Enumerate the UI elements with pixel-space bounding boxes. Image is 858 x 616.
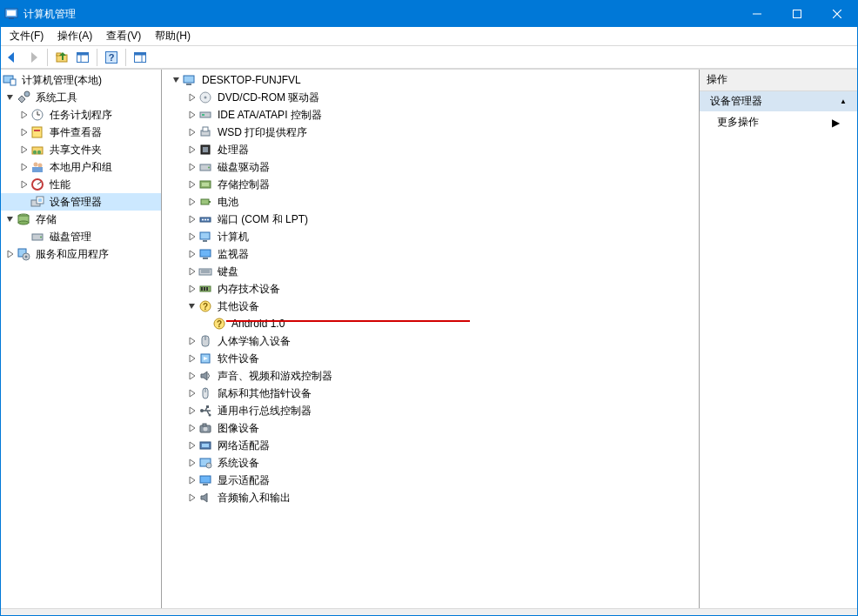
expand-icon[interactable]: [18, 126, 30, 138]
svg-marker-136: [201, 493, 207, 502]
expand-icon[interactable]: [18, 109, 30, 121]
expand-icon[interactable]: [186, 178, 198, 191]
device-category-icon: ?: [198, 299, 212, 313]
expand-icon[interactable]: [186, 370, 198, 382]
collapse-icon[interactable]: [186, 300, 198, 312]
toolbar: ?: [1, 46, 857, 69]
device-category[interactable]: 软件设备: [162, 350, 699, 367]
device-category[interactable]: IDE ATA/ATAPI 控制器: [162, 106, 699, 124]
help-button[interactable]: ?: [102, 48, 121, 67]
device-category[interactable]: 键盘: [162, 263, 699, 280]
node-system-tools[interactable]: 系统工具: [1, 89, 161, 106]
back-button[interactable]: [3, 48, 22, 67]
device-category[interactable]: 音频输入和输出: [162, 489, 699, 506]
expand-icon[interactable]: [186, 231, 198, 243]
node-local-users[interactable]: 本地用户和组: [1, 158, 161, 176]
expand-icon[interactable]: [18, 161, 30, 173]
svg-marker-22: [7, 95, 13, 100]
device-root[interactable]: DESKTOP-FUNJFVL: [162, 71, 699, 89]
expand-icon[interactable]: [186, 126, 198, 138]
device-category[interactable]: 声音、视频和游戏控制器: [162, 367, 699, 385]
device-category[interactable]: 内存技术设备: [162, 280, 699, 298]
node-task-scheduler[interactable]: 任务计划程序: [1, 106, 161, 124]
svg-rect-86: [203, 240, 207, 242]
device-category[interactable]: DVD/CD-ROM 驱动器: [162, 89, 699, 106]
expand-icon[interactable]: [18, 144, 30, 156]
show-hide-action-button[interactable]: [131, 48, 150, 67]
expand-icon[interactable]: [186, 352, 198, 365]
device-category[interactable]: 电池: [162, 193, 699, 211]
device-category-icon: [198, 386, 212, 400]
node-storage[interactable]: 存储: [1, 211, 161, 228]
show-hide-tree-button[interactable]: [73, 48, 92, 67]
device-category[interactable]: 鼠标和其他指针设备: [162, 385, 699, 402]
expand-icon[interactable]: [186, 283, 198, 295]
expand-icon[interactable]: [186, 196, 198, 208]
svg-point-23: [24, 91, 30, 97]
collapse-icon[interactable]: [171, 74, 183, 86]
menu-file[interactable]: 文件(F): [3, 27, 50, 45]
node-disk-mgmt[interactable]: 磁盘管理: [1, 228, 161, 245]
device-category[interactable]: 磁盘驱动器: [162, 158, 699, 176]
node-label: 系统工具: [34, 90, 79, 105]
device-category[interactable]: 图像设备: [162, 419, 699, 437]
device-category[interactable]: ?其他设备: [162, 298, 699, 315]
node-services-apps[interactable]: 服务和应用程序: [1, 245, 161, 263]
menu-help[interactable]: 帮助(H): [148, 27, 198, 45]
device-category[interactable]: 监视器: [162, 245, 699, 263]
expand-icon[interactable]: [4, 248, 17, 260]
expand-icon[interactable]: [186, 144, 198, 156]
maximize-button[interactable]: [777, 1, 817, 27]
device-category[interactable]: 系统设备: [162, 454, 699, 472]
device-category[interactable]: 处理器: [162, 141, 699, 158]
actions-section-device-manager[interactable]: 设备管理器 ▲: [700, 91, 857, 111]
node-device-manager[interactable]: 设备管理器: [1, 193, 161, 211]
expand-icon[interactable]: [186, 474, 198, 486]
node-event-viewer[interactable]: 事件查看器: [1, 124, 161, 141]
action-more[interactable]: 更多操作 ▶: [700, 111, 857, 133]
menu-action[interactable]: 操作(A): [50, 27, 99, 45]
forward-button[interactable]: [23, 48, 43, 67]
expand-icon[interactable]: [186, 161, 198, 173]
minimize-button[interactable]: [737, 1, 777, 27]
collapse-icon[interactable]: [4, 91, 17, 104]
svg-marker-24: [22, 111, 27, 118]
expand-icon[interactable]: [186, 405, 198, 417]
device-category[interactable]: 网络适配器: [162, 437, 699, 454]
expand-icon[interactable]: [186, 109, 198, 121]
device-category[interactable]: 存储控制器: [162, 176, 699, 193]
expand-icon[interactable]: [186, 335, 198, 347]
expand-icon[interactable]: [186, 265, 198, 278]
expand-icon[interactable]: [186, 91, 198, 104]
svg-rect-69: [203, 147, 208, 152]
device-category[interactable]: WSD 打印提供程序: [162, 124, 699, 141]
device-category[interactable]: 端口 (COM 和 LPT): [162, 211, 699, 228]
expand-icon[interactable]: [186, 387, 198, 399]
device-category[interactable]: 通用串行总线控制器: [162, 402, 699, 419]
expand-icon[interactable]: [18, 178, 30, 191]
expand-icon[interactable]: [186, 457, 198, 469]
device-category[interactable]: 计算机: [162, 228, 699, 245]
expand-icon[interactable]: [186, 439, 198, 452]
close-button[interactable]: [817, 1, 857, 27]
node-computer-mgmt-local[interactable]: 计算机管理(本地): [1, 71, 161, 89]
expand-icon[interactable]: [186, 213, 198, 225]
node-label: 内存技术设备: [216, 282, 282, 297]
svg-point-48: [18, 221, 29, 224]
expand-icon[interactable]: [186, 422, 198, 434]
svg-rect-88: [200, 250, 211, 257]
node-performance[interactable]: 性能: [1, 176, 161, 193]
node-shared-folders[interactable]: 共享文件夹: [1, 141, 161, 158]
expand-icon[interactable]: [186, 248, 198, 260]
device-category[interactable]: 显示适配器: [162, 472, 699, 489]
device-item-android[interactable]: ?Android 1.0: [162, 315, 699, 332]
collapse-icon[interactable]: [4, 213, 17, 225]
svg-marker-84: [190, 233, 195, 240]
menu-view[interactable]: 查看(V): [99, 27, 148, 45]
up-folder-button[interactable]: [52, 48, 71, 67]
node-label: 音频输入和输出: [216, 491, 292, 506]
device-category[interactable]: 人体学输入设备: [162, 332, 699, 350]
svg-text:?: ?: [217, 319, 222, 329]
svg-point-34: [37, 151, 41, 154]
expand-icon[interactable]: [186, 492, 198, 504]
